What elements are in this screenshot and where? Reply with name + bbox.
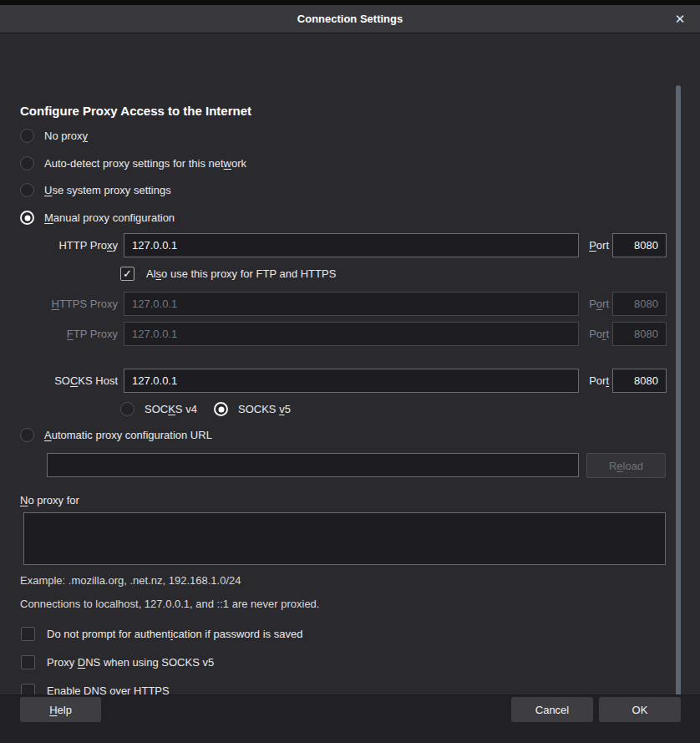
radio-manual-proxy[interactable]: Manual proxy configuration [20,211,175,225]
https-proxy-label: HTTPS Proxy [20,298,118,310]
close-icon[interactable]: ✕ [670,5,690,33]
checkbox-label: Also use this proxy for FTP and HTTPS [146,267,336,280]
socks-host-label: SOCKS Host [20,374,118,387]
radio-label: SOCKS v4 [145,403,197,415]
radio-icon[interactable] [20,156,34,170]
ftp-proxy-label: FTP Proxy [20,328,118,340]
radio-label: No proxy [44,130,88,142]
checkbox-icon[interactable] [21,627,35,641]
https-port-input [612,292,667,316]
http-proxy-label: HTTP Proxy [20,239,118,252]
radio-auto-detect[interactable]: Auto-detect proxy settings for this netw… [20,156,246,170]
checkbox-proxy-dns-socks5[interactable]: Proxy DNS when using SOCKS v5 [21,655,214,669]
radio-icon[interactable] [214,402,228,416]
cancel-button[interactable]: Cancel [511,697,593,722]
checkbox-label: Proxy DNS when using SOCKS v5 [47,656,214,669]
http-port-input[interactable] [612,233,667,257]
scrollbar-thumb[interactable] [676,85,681,725]
checkbox-no-auth-prompt[interactable]: Do not prompt for authentication if pass… [21,627,302,641]
share-proxy-checkbox-row[interactable]: Also use this proxy for FTP and HTTPS [120,267,336,281]
https-proxy-input [124,292,579,316]
checkbox-icon[interactable] [120,267,134,281]
radio-socks-v4[interactable]: SOCKS v4 [120,402,197,416]
page-title: Configure Proxy Access to the Internet [20,104,251,118]
no-proxy-note-text: Connections to localhost, 127.0.0.1, and… [20,598,319,610]
checkbox-icon[interactable] [21,655,35,669]
help-button[interactable]: Help [20,697,101,722]
window-title: Connection Settings [297,13,403,25]
socks-host-input[interactable] [124,369,579,393]
radio-label: Manual proxy configuration [44,211,175,224]
radio-socks-v5[interactable]: SOCKS v5 [214,402,291,416]
http-proxy-input[interactable] [124,233,579,257]
ok-button[interactable]: OK [599,697,681,722]
radio-label: Auto-detect proxy settings for this netw… [44,157,246,170]
https-port-label: Port [582,298,609,310]
dialog-footer: Help Cancel OK [0,695,700,743]
no-proxy-for-label: No proxy for [20,494,79,506]
socks-port-input[interactable] [612,369,667,393]
radio-label: SOCKS v5 [238,403,291,415]
radio-icon[interactable] [20,129,34,143]
radio-no-proxy[interactable]: No proxy [20,129,88,143]
http-port-label: Port [582,239,609,252]
no-proxy-for-textarea[interactable] [23,512,666,565]
radio-icon[interactable] [20,211,34,225]
radio-auto-config-url[interactable]: Automatic proxy configuration URL [20,428,212,442]
radio-icon[interactable] [120,402,134,416]
ftp-port-label: Port [582,328,609,340]
radio-system-proxy[interactable]: Use system proxy settings [20,183,171,197]
radio-label: Automatic proxy configuration URL [44,429,212,441]
ftp-port-input [612,322,667,346]
auto-config-url-input[interactable] [47,453,579,477]
radio-label: Use system proxy settings [44,184,171,196]
ftp-proxy-input [124,322,579,346]
no-proxy-example-text: Example: .mozilla.org, .net.nz, 192.168.… [20,574,241,587]
reload-button: Reload [586,453,666,478]
socks-port-label: Port [582,374,609,387]
connection-settings-dialog: Configure Proxy Access to the Internet N… [0,33,700,743]
checkbox-label: Do not prompt for authentication if pass… [47,628,302,640]
radio-icon[interactable] [20,183,34,197]
radio-icon[interactable] [20,428,34,442]
titlebar: Connection Settings ✕ [0,5,700,33]
